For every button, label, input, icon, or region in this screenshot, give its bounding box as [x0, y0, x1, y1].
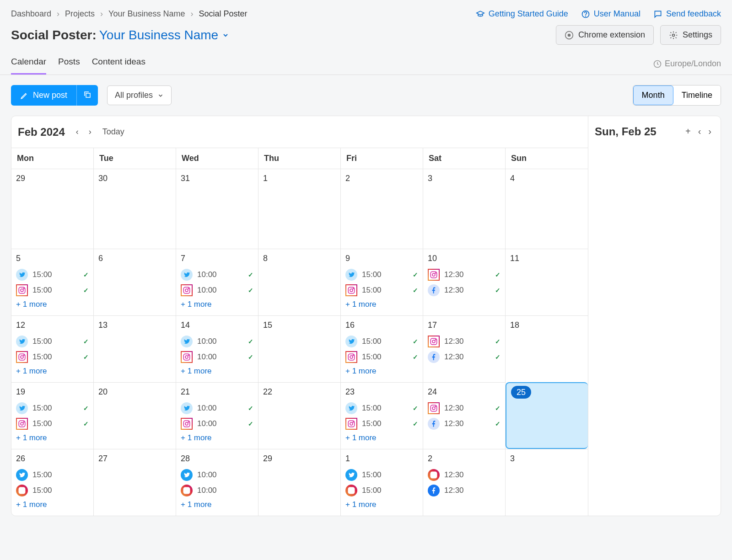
scheduled-post[interactable]: 15:00	[345, 416, 418, 432]
calendar-day[interactable]: 6	[94, 249, 176, 315]
view-timeline[interactable]: Timeline	[673, 85, 721, 105]
calendar-day[interactable]: 2615:0015:00+ 1 more	[11, 449, 94, 516]
scheduled-post[interactable]: 15:00	[16, 349, 89, 365]
scheduled-post[interactable]: 15:00	[16, 283, 89, 298]
calendar-day[interactable]: 710:0010:00+ 1 more	[176, 249, 258, 315]
calendar-day[interactable]: 1	[258, 169, 341, 249]
calendar-day[interactable]: 2110:0010:00+ 1 more	[176, 382, 258, 449]
calendar-day[interactable]: 27	[94, 449, 176, 516]
calendar-day[interactable]: 13	[94, 315, 176, 382]
calendar-day[interactable]: 1615:0015:00+ 1 more	[341, 315, 423, 382]
more-posts-link[interactable]: + 1 more	[181, 432, 253, 443]
more-posts-link[interactable]: + 1 more	[345, 498, 418, 509]
scheduled-post[interactable]: 15:00	[16, 467, 89, 483]
calendar-day[interactable]: 22	[258, 382, 341, 449]
scheduled-post[interactable]: 15:00	[345, 349, 418, 365]
calendar-day[interactable]: 212:3012:30	[423, 449, 506, 516]
scheduled-post[interactable]: 15:00	[16, 416, 89, 432]
more-posts-link[interactable]: + 1 more	[345, 298, 418, 309]
user-manual-link[interactable]: User Manual	[581, 9, 640, 19]
calendar-day[interactable]: 115:0015:00+ 1 more	[341, 449, 423, 516]
profiles-dropdown[interactable]: All profiles	[107, 85, 172, 105]
calendar-day[interactable]: 4	[506, 169, 588, 249]
scheduled-post[interactable]: 15:00	[16, 267, 89, 283]
breadcrumb-item[interactable]: Dashboard	[11, 9, 51, 19]
breadcrumb-item[interactable]: Projects	[65, 9, 95, 19]
more-posts-link[interactable]: + 1 more	[345, 365, 418, 376]
calendar-day[interactable]: 20	[94, 382, 176, 449]
calendar-day[interactable]: 915:0015:00+ 1 more	[341, 249, 423, 315]
scheduled-post[interactable]: 10:00	[181, 283, 253, 298]
calendar-day[interactable]: 31	[176, 169, 258, 249]
calendar-day[interactable]: 2315:0015:00+ 1 more	[341, 382, 423, 449]
more-posts-link[interactable]: + 1 more	[16, 298, 89, 309]
scheduled-post[interactable]: 12:30	[428, 400, 501, 416]
scheduled-post[interactable]: 10:00	[181, 467, 253, 483]
business-selector[interactable]: Your Business Name	[99, 28, 229, 43]
calendar-day[interactable]: 2412:3012:30	[423, 382, 506, 449]
scheduled-post[interactable]: 12:30	[428, 267, 501, 283]
more-posts-link[interactable]: + 1 more	[181, 365, 253, 376]
scheduled-post[interactable]: 12:30	[428, 416, 501, 432]
calendar-day[interactable]: 29	[11, 169, 94, 249]
calendar-day[interactable]: 1410:0010:00+ 1 more	[176, 315, 258, 382]
calendar-day[interactable]: 1915:0015:00+ 1 more	[11, 382, 94, 449]
scheduled-post[interactable]: 12:30	[428, 349, 501, 365]
calendar-day[interactable]: 18	[506, 315, 588, 382]
scheduled-post[interactable]: 10:00	[181, 400, 253, 416]
scheduled-post[interactable]: 15:00	[345, 334, 418, 349]
more-posts-link[interactable]: + 1 more	[16, 365, 89, 376]
view-month[interactable]: Month	[633, 85, 673, 105]
more-posts-link[interactable]: + 1 more	[181, 298, 253, 309]
side-add-button[interactable]: +	[683, 124, 694, 139]
scheduled-post[interactable]: 15:00	[16, 400, 89, 416]
calendar-day[interactable]: 15	[258, 315, 341, 382]
calendar-day[interactable]: 3	[423, 169, 506, 249]
calendar-day[interactable]: 8	[258, 249, 341, 315]
send-feedback-link[interactable]: Send feedback	[653, 9, 721, 19]
tab-posts[interactable]: Posts	[58, 53, 80, 75]
scheduled-post[interactable]: 15:00	[345, 483, 418, 498]
calendar-day[interactable]: 2	[341, 169, 423, 249]
calendar-day[interactable]: 1712:3012:30	[423, 315, 506, 382]
next-month-button[interactable]: ›	[85, 124, 95, 139]
getting-started-link[interactable]: Getting Started Guide	[476, 9, 568, 19]
scheduled-post[interactable]: 12:30	[428, 283, 501, 298]
scheduled-post[interactable]: 15:00	[345, 283, 418, 298]
settings-button[interactable]: Settings	[660, 25, 721, 45]
scheduled-post[interactable]: 10:00	[181, 349, 253, 365]
calendar-day[interactable]: 25	[506, 382, 588, 449]
today-button[interactable]: Today	[102, 127, 124, 137]
side-next-button[interactable]: ›	[705, 124, 714, 139]
breadcrumb-item[interactable]: Your Business Name	[108, 9, 185, 19]
more-posts-link[interactable]: + 1 more	[16, 432, 89, 443]
calendar-day[interactable]: 30	[94, 169, 176, 249]
scheduled-post[interactable]: 12:30	[428, 467, 501, 483]
calendar-day[interactable]: 515:0015:00+ 1 more	[11, 249, 94, 315]
calendar-day[interactable]: 29	[258, 449, 341, 516]
scheduled-post[interactable]: 10:00	[181, 483, 253, 498]
scheduled-post[interactable]: 10:00	[181, 416, 253, 432]
more-posts-link[interactable]: + 1 more	[181, 498, 253, 509]
tab-calendar[interactable]: Calendar	[11, 53, 46, 75]
prev-month-button[interactable]: ‹	[72, 124, 82, 139]
chrome-extension-button[interactable]: Chrome extension	[556, 25, 654, 45]
new-post-button[interactable]: New post	[11, 85, 76, 106]
scheduled-post[interactable]: 10:00	[181, 334, 253, 349]
more-posts-link[interactable]: + 1 more	[345, 432, 418, 443]
calendar-day[interactable]: 3	[506, 449, 588, 516]
scheduled-post[interactable]: 15:00	[345, 400, 418, 416]
scheduled-post[interactable]: 15:00	[16, 483, 89, 498]
calendar-day[interactable]: 1215:0015:00+ 1 more	[11, 315, 94, 382]
scheduled-post[interactable]: 12:30	[428, 483, 501, 498]
scheduled-post[interactable]: 10:00	[181, 267, 253, 283]
side-prev-button[interactable]: ‹	[695, 124, 704, 139]
scheduled-post[interactable]: 15:00	[16, 334, 89, 349]
scheduled-post[interactable]: 12:30	[428, 334, 501, 349]
calendar-day[interactable]: 11	[506, 249, 588, 315]
scheduled-post[interactable]: 15:00	[345, 267, 418, 283]
calendar-day[interactable]: 1012:3012:30	[423, 249, 506, 315]
more-posts-link[interactable]: + 1 more	[16, 498, 89, 509]
scheduled-post[interactable]: 15:00	[345, 467, 418, 483]
tab-content-ideas[interactable]: Content ideas	[92, 53, 145, 75]
